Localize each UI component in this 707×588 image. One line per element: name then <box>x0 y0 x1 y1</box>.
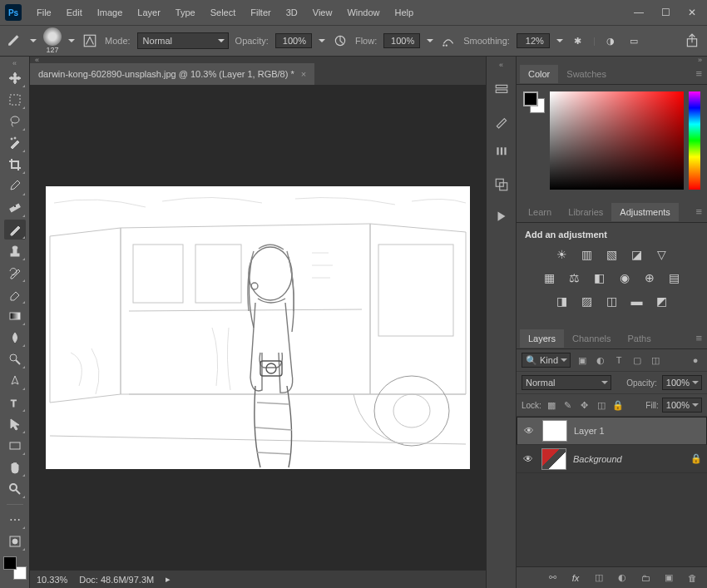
eraser-tool[interactable] <box>4 284 26 304</box>
path-select-tool[interactable] <box>4 414 26 434</box>
menu-select[interactable]: Select <box>204 4 243 21</box>
lasso-tool[interactable] <box>4 111 26 131</box>
flow-input[interactable]: 100% <box>383 33 420 48</box>
adj-posterize-icon[interactable]: ▨ <box>579 293 596 309</box>
menu-3d[interactable]: 3D <box>279 4 304 21</box>
share-icon[interactable] <box>684 32 700 49</box>
adj-bw-icon[interactable]: ◧ <box>591 269 608 286</box>
hand-tool[interactable] <box>4 457 26 477</box>
tab-adjustments[interactable]: Adjustments <box>611 203 679 221</box>
adj-channelmixer-icon[interactable]: ⊕ <box>641 269 658 286</box>
history-panel-icon[interactable] <box>492 80 512 100</box>
edit-toolbar[interactable]: ⋯ <box>4 510 26 530</box>
brushes-panel-icon[interactable] <box>492 143 512 163</box>
minimize-button[interactable]: — <box>629 5 649 20</box>
menu-filter[interactable]: Filter <box>244 4 277 21</box>
color-field[interactable] <box>550 91 684 190</box>
layer-visibility-icon[interactable]: 👁 <box>522 425 536 437</box>
menu-layer[interactable]: Layer <box>131 4 167 21</box>
quick-select-tool[interactable] <box>4 133 26 153</box>
layer-fill-input[interactable]: 100% <box>662 398 702 413</box>
layer-blend-select[interactable]: Normal <box>522 375 611 390</box>
symmetry-icon[interactable]: ◑ <box>602 32 619 49</box>
eyedropper-tool[interactable] <box>4 176 26 196</box>
filter-type-icon[interactable]: T <box>612 353 625 367</box>
color-swatches-mini[interactable] <box>523 91 545 113</box>
layer-mask-icon[interactable]: ◫ <box>592 571 606 585</box>
canvas[interactable] <box>46 186 470 469</box>
new-group-icon[interactable]: 🗀 <box>639 571 652 585</box>
tab-layers[interactable]: Layers <box>520 329 564 348</box>
menu-view[interactable]: View <box>306 4 339 21</box>
airbrush-icon[interactable] <box>440 32 457 49</box>
tab-libraries[interactable]: Libraries <box>560 203 611 221</box>
adj-colorbalance-icon[interactable]: ⚖ <box>566 269 583 286</box>
quick-mask[interactable] <box>4 531 26 551</box>
blur-tool[interactable] <box>4 328 26 348</box>
filter-smart-icon[interactable]: ◫ <box>649 353 662 367</box>
brush-settings-icon[interactable] <box>492 111 512 131</box>
adj-photofilter-icon[interactable]: ◉ <box>616 269 633 286</box>
smoothing-caret[interactable] <box>556 39 563 42</box>
adj-exposure-icon[interactable]: ◪ <box>629 246 645 263</box>
lock-transparent-icon[interactable]: ▩ <box>545 398 558 412</box>
panels-collapse[interactable]: » <box>517 57 707 63</box>
foreground-swatch[interactable] <box>3 556 17 570</box>
adj-vibrance-icon[interactable]: ▽ <box>654 246 670 263</box>
filter-pixel-icon[interactable]: ▣ <box>576 353 589 367</box>
maximize-button[interactable]: ☐ <box>655 5 675 20</box>
layer-row[interactable]: 👁 Background 🔒 <box>517 445 707 473</box>
document-tab[interactable]: darwin-kong-602890-unsplash.jpg @ 10.3% … <box>30 63 314 85</box>
tab-paths[interactable]: Paths <box>620 329 660 348</box>
doc-collapse[interactable]: « <box>30 57 486 63</box>
menu-image[interactable]: Image <box>91 4 130 21</box>
adj-gradientmap-icon[interactable]: ▬ <box>629 293 645 309</box>
lock-artboard-icon[interactable]: ◫ <box>595 398 608 412</box>
tab-channels[interactable]: Channels <box>564 329 619 348</box>
minidock-collapse[interactable]: « <box>499 62 503 68</box>
tab-swatches[interactable]: Swatches <box>558 65 615 83</box>
menu-file[interactable]: File <box>30 4 58 21</box>
filter-adjust-icon[interactable]: ◐ <box>594 353 607 367</box>
hue-slider[interactable] <box>689 91 700 190</box>
menu-type[interactable]: Type <box>169 4 202 21</box>
tool-preset-caret[interactable] <box>30 39 37 42</box>
tab-close-icon[interactable]: × <box>301 69 306 79</box>
tool-preset-icon[interactable] <box>7 32 23 49</box>
opacity-caret[interactable] <box>319 39 325 42</box>
brush-caret[interactable] <box>68 39 75 42</box>
healing-tool[interactable] <box>4 198 26 218</box>
menu-edit[interactable]: Edit <box>60 4 89 21</box>
layer-name[interactable]: Background <box>573 454 684 464</box>
layers-panel-menu[interactable]: ≡ <box>695 332 702 344</box>
layer-thumbnail[interactable] <box>541 448 566 470</box>
actions-icon[interactable] <box>492 206 512 226</box>
dodge-tool[interactable] <box>4 349 26 369</box>
layer-fx-icon[interactable]: fx <box>569 571 582 585</box>
adj-invert-icon[interactable]: ◨ <box>554 293 571 309</box>
delete-layer-icon[interactable]: 🗑 <box>685 571 699 585</box>
close-button[interactable]: ✕ <box>682 5 702 20</box>
pen-tool[interactable] <box>4 371 26 391</box>
lock-pixels-icon[interactable]: ✎ <box>561 398 575 412</box>
blend-mode-select[interactable]: Normal <box>137 32 229 49</box>
menu-window[interactable]: Window <box>340 4 386 21</box>
smoothing-gear-icon[interactable]: ✱ <box>570 32 586 49</box>
adj-brightness-icon[interactable]: ☀ <box>554 246 571 263</box>
layer-filter-select[interactable]: 🔍Kind <box>522 353 571 368</box>
filter-toggle[interactable]: ● <box>689 353 702 367</box>
canvas-viewport[interactable] <box>30 85 486 570</box>
adj-threshold-icon[interactable]: ◫ <box>604 293 620 309</box>
adjust-panel-menu[interactable]: ≡ <box>695 205 702 218</box>
layer-name[interactable]: Layer 1 <box>574 426 701 436</box>
opacity-input[interactable]: 100% <box>275 33 312 48</box>
brush-tool[interactable] <box>4 220 26 240</box>
rectangle-tool[interactable] <box>4 436 26 456</box>
zoom-value[interactable]: 10.33% <box>37 575 67 585</box>
stamp-tool[interactable] <box>4 241 26 261</box>
history-brush-tool[interactable] <box>4 263 26 283</box>
toolbar-collapse[interactable]: « <box>12 60 17 67</box>
filter-shape-icon[interactable]: ▢ <box>630 353 644 367</box>
new-fill-icon[interactable]: ◐ <box>616 571 629 585</box>
pressure-opacity-icon[interactable] <box>332 32 349 49</box>
